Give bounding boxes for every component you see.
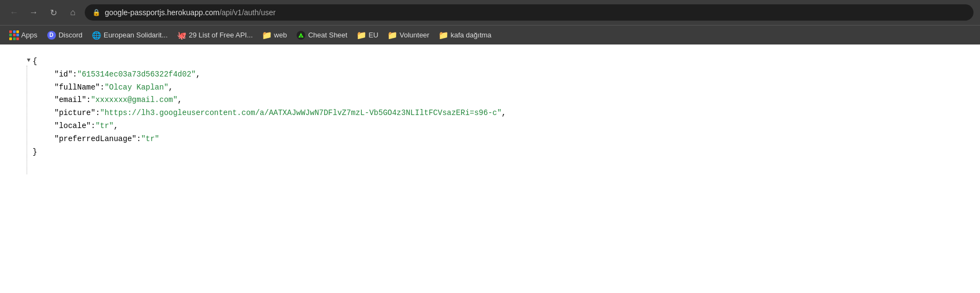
eu-folder-icon: 📁 [357,31,366,40]
nav-bar: ← → ↻ ⌂ 🔒 google-passportjs.herokuapp.co… [0,0,980,25]
url-display: google-passportjs.herokuapp.com/api/v1/a… [105,8,275,17]
bookmark-api-label: 29 List of Free API... [189,31,253,39]
bookmark-web-label: web [274,31,287,39]
address-bar[interactable]: 🔒 google-passportjs.herokuapp.com/api/v1… [85,4,973,21]
bookmark-eu[interactable]: 📁 EU [353,29,382,41]
json-id-line: "id" : "615314ec03a73d56322f4d02" , [33,68,506,81]
bookmarks-bar: Apps D Discord 🌐 European Solidarit... 🐙… [0,25,980,44]
european-icon: 🌐 [92,31,101,40]
json-preferred-line: "preferredLanuage" : "tr" [33,133,506,146]
bookmark-kafa[interactable]: 📁 kafa dağıtma [435,29,495,41]
bookmark-kafa-label: kafa dağıtma [450,31,491,39]
discord-icon: D [47,31,56,40]
bookmark-volunteer-label: Volunteer [400,31,430,39]
json-close-brace: } [33,146,506,159]
volunteer-folder-icon: 📁 [388,31,397,40]
back-button[interactable]: ← [7,5,22,20]
lock-icon: 🔒 [92,9,100,16]
bookmark-discord[interactable]: D Discord [43,29,87,41]
apps-icon [10,31,18,40]
bookmark-api-list[interactable]: 🐙 29 List of Free API... [173,29,257,41]
content-area: ▼ { "id" : "615314ec03a73d56322f4d02" , … [0,44,980,272]
json-locale-line: "locale" : "tr" , [33,120,506,133]
json-picture-line: "picture" : "https://lh3.googleuserconte… [33,107,506,120]
bookmark-cheat-sheet[interactable]: V Cheat Sheet [292,29,351,41]
url-path: /api/v1/auth/user [219,8,276,17]
bookmark-volunteer[interactable]: 📁 Volunteer [384,29,434,41]
svg-text:V: V [300,34,302,37]
json-open-brace: { [33,55,506,68]
home-button[interactable]: ⌂ [65,5,80,20]
bookmark-european[interactable]: 🌐 European Solidarit... [88,29,172,41]
bookmark-apps-label: Apps [21,31,37,39]
web-folder-icon: 📁 [262,31,271,40]
reload-button[interactable]: ↻ [46,5,61,20]
cheat-sheet-icon: V [297,31,305,40]
forward-button[interactable]: → [26,5,41,20]
bookmark-discord-label: Discord [59,31,83,39]
kafa-folder-icon: 📁 [439,31,448,40]
json-email-line: "email" : "xxxxxxx@gmail.com" , [33,94,506,107]
json-fullname-line: "fullName" : "Olcay Kaplan" , [33,81,506,94]
browser-chrome: ← → ↻ ⌂ 🔒 google-passportjs.herokuapp.co… [0,0,980,44]
bookmark-european-label: European Solidarit... [104,31,168,39]
bookmark-cheat-sheet-label: Cheat Sheet [308,31,347,39]
bookmark-apps[interactable]: Apps [5,29,42,41]
json-collapse-toggle[interactable]: ▼ [27,55,30,66]
url-domain: google-passportjs.herokuapp.com [105,8,219,17]
api-list-icon: 🐙 [178,31,186,40]
bookmark-eu-label: EU [368,31,378,39]
bookmark-web[interactable]: 📁 web [258,29,291,41]
